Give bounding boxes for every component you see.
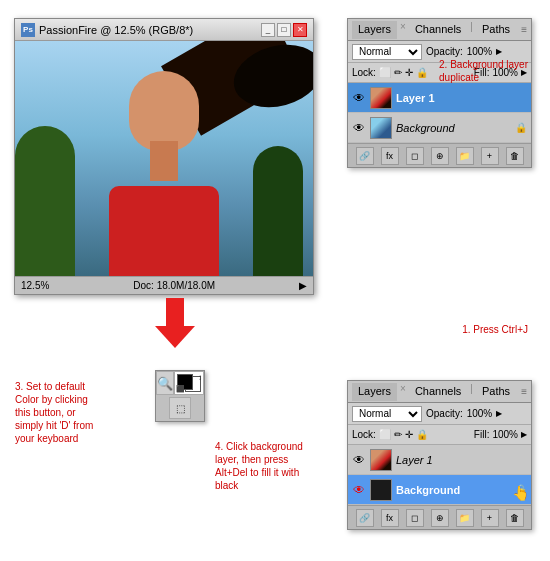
window-title: PassionFire @ 12.5% (RGB/8*) — [39, 24, 193, 36]
tab-paths-bottom[interactable]: Paths — [476, 383, 516, 401]
thumb-img-bg-bottom — [371, 480, 391, 500]
layer-row-bg-top[interactable]: 👁 Background 🔒 — [348, 113, 531, 143]
opacity-arrow-top[interactable]: ▶ — [496, 47, 502, 56]
layer-thumb-bg-top — [370, 117, 392, 139]
lock-row-bottom: Lock: ⬜ ✏ ✛ 🔒 Fill: 100% ▶ — [348, 425, 531, 445]
blend-controls-bottom: Normal Opacity: 100% ▶ — [348, 403, 531, 425]
lock-label-bottom: Lock: — [352, 429, 376, 440]
tab-layers-top[interactable]: Layers — [352, 21, 397, 39]
doc-size: Doc: 18.0M/18.0M — [133, 280, 215, 291]
blend-mode-select-top[interactable]: Normal — [352, 44, 422, 60]
default-colors-icon[interactable]: ⬛ — [176, 385, 185, 393]
layer-thumb-bg-bottom — [370, 479, 392, 501]
mask-btn-bottom[interactable]: ◻ — [406, 509, 424, 527]
titlebar: Ps PassionFire @ 12.5% (RGB/8*) _ □ ✕ — [15, 19, 313, 41]
annotation-3: 3. Set to defaultColor by clickingthis b… — [15, 380, 145, 445]
annotation-1: 1. Press Ctrl+J — [462, 323, 528, 336]
fx-btn-bottom[interactable]: fx — [381, 509, 399, 527]
opacity-label-top: Opacity: — [426, 46, 463, 57]
layers-tabs-top: Layers × Channels | Paths ≡ — [348, 19, 531, 41]
lock-trans-icon-bottom[interactable]: ⬜ — [379, 429, 391, 440]
layer-name-bg-bottom: Background — [396, 484, 511, 496]
link-layers-btn-bottom[interactable]: 🔗 — [356, 509, 374, 527]
delete-layer-btn-bottom[interactable]: 🗑 — [506, 509, 524, 527]
new-layer-btn-top[interactable]: + — [481, 147, 499, 165]
close-button[interactable]: ✕ — [293, 23, 307, 37]
eye-icon-layer1-bottom[interactable]: 👁 — [352, 453, 366, 467]
annotation-2: 2. Background layer duplicate — [439, 58, 528, 84]
lock-pos-icon-bottom[interactable]: ✛ — [405, 429, 413, 440]
tool-row-1: 🔍 ↕ ⬛ — [156, 371, 204, 395]
lock-position-icon[interactable]: ✛ — [405, 67, 413, 78]
layer-row-1-top[interactable]: 👁 Layer 1 — [348, 83, 531, 113]
neck — [150, 141, 178, 181]
layers-tabs-bottom: Layers × Channels | Paths ≡ — [348, 381, 531, 403]
layer-thumb-1-top — [370, 87, 392, 109]
face — [129, 71, 199, 151]
annotation-4: 4. Click backgroundlayer, then pressAlt+… — [215, 440, 345, 492]
layer-name-1-bottom: Layer 1 — [396, 454, 527, 466]
opacity-value-top: 100% — [467, 46, 493, 57]
zoom-tool[interactable]: 🔍 — [156, 371, 174, 395]
maximize-button[interactable]: □ — [277, 23, 291, 37]
thumb-img-bg — [371, 118, 391, 138]
layers-footer-top: 🔗 fx ◻ ⊕ 📁 + 🗑 — [348, 143, 531, 167]
eye-icon-layer1-top[interactable]: 👁 — [352, 91, 366, 105]
new-layer-btn-bottom[interactable]: + — [481, 509, 499, 527]
panel-grip[interactable]: ≡ — [521, 24, 527, 35]
thumb-img-1 — [371, 88, 391, 108]
tree-right-decor — [253, 146, 303, 276]
adjustment-btn-top[interactable]: ⊕ — [431, 147, 449, 165]
thumb-img-1-bottom — [371, 450, 391, 470]
tab-channels-bottom[interactable]: Channels — [409, 383, 467, 401]
tab-paths-top[interactable]: Paths — [476, 21, 516, 39]
link-layers-btn[interactable]: 🔗 — [356, 147, 374, 165]
lock-bg-icon-top: 🔒 — [515, 122, 527, 133]
group-btn-bottom[interactable]: 📁 — [456, 509, 474, 527]
fill-arrow-bottom[interactable]: ▶ — [521, 430, 527, 439]
swap-colors-icon[interactable]: ↕ — [198, 373, 202, 382]
toolbox: 🔍 ↕ ⬛ ⬚ — [155, 370, 205, 422]
ps-app-icon: Ps — [21, 23, 35, 37]
delete-layer-btn-top[interactable]: 🗑 — [506, 147, 524, 165]
group-btn-top[interactable]: 📁 — [456, 147, 474, 165]
opacity-label-bottom: Opacity: — [426, 408, 463, 419]
layers-panel-top: Layers × Channels | Paths ≡ Normal Opaci… — [347, 18, 532, 168]
lock-all-icon-bottom[interactable]: 🔒 — [416, 429, 428, 440]
window-buttons: _ □ ✕ — [261, 23, 307, 37]
lock-all-icon[interactable]: 🔒 — [416, 67, 428, 78]
panel-grip-bottom[interactable]: ≡ — [521, 386, 527, 397]
shirt — [109, 186, 219, 276]
status-bar: 12.5% Doc: 18.0M/18.0M ▶ — [15, 276, 313, 294]
lock-pixels-icon-bottom[interactable]: ✏ — [394, 429, 402, 440]
navigation-arrow[interactable]: ▶ — [299, 280, 307, 291]
mask-btn-top[interactable]: ◻ — [406, 147, 424, 165]
photoshop-window: Ps PassionFire @ 12.5% (RGB/8*) _ □ ✕ 12… — [14, 18, 314, 295]
lock-transparent-icon[interactable]: ⬜ — [379, 67, 391, 78]
opacity-arrow-bottom[interactable]: ▶ — [496, 409, 502, 418]
layer-row-1-bottom[interactable]: 👁 Layer 1 — [348, 445, 531, 475]
layers-list-top: 👁 Layer 1 👁 Background 🔒 — [348, 83, 531, 143]
tab-layers-bottom[interactable]: Layers — [352, 383, 397, 401]
tree-left-decor — [15, 126, 75, 276]
arrow-shape — [155, 298, 195, 348]
color-swatches[interactable]: ↕ ⬛ — [174, 371, 204, 395]
eye-icon-bg-top[interactable]: 👁 — [352, 121, 366, 135]
canvas-area — [15, 41, 313, 276]
zoom-level: 12.5% — [21, 280, 49, 291]
layer-row-bg-bottom[interactable]: 👁 Background 🔒 👆 — [348, 475, 531, 505]
titlebar-left: Ps PassionFire @ 12.5% (RGB/8*) — [21, 23, 193, 37]
lock-pixels-icon[interactable]: ✏ — [394, 67, 402, 78]
tab-channels-top[interactable]: Channels — [409, 21, 467, 39]
layers-list-bottom: 👁 Layer 1 👁 Background 🔒 👆 — [348, 445, 531, 505]
layer-thumb-1-bottom — [370, 449, 392, 471]
eye-icon-bg-bottom[interactable]: 👁 — [352, 483, 366, 497]
minimize-button[interactable]: _ — [261, 23, 275, 37]
fx-btn-top[interactable]: fx — [381, 147, 399, 165]
blend-mode-select-bottom[interactable]: Normal — [352, 406, 422, 422]
quickmask-button[interactable]: ⬚ — [169, 397, 191, 419]
layer-name-1-top: Layer 1 — [396, 92, 527, 104]
opacity-value-bottom: 100% — [467, 408, 493, 419]
layers-panel-bottom: Layers × Channels | Paths ≡ Normal Opaci… — [347, 380, 532, 530]
adjustment-btn-bottom[interactable]: ⊕ — [431, 509, 449, 527]
